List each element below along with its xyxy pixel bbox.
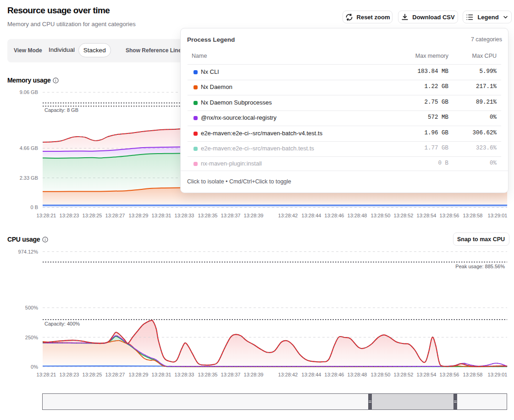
svg-text:13:28:37: 13:28:37: [221, 372, 241, 377]
svg-text:13:28:58: 13:28:58: [463, 372, 483, 377]
svg-text:13:28:46: 13:28:46: [325, 213, 344, 218]
svg-text:974.12%: 974.12%: [18, 249, 39, 254]
svg-text:13:28:54: 13:28:54: [417, 213, 437, 218]
svg-text:13:28:21: 13:28:21: [37, 213, 56, 218]
svg-text:Capacity: 400%: Capacity: 400%: [44, 321, 80, 326]
svg-text:13:28:54: 13:28:54: [417, 372, 437, 377]
svg-text:13:28:37: 13:28:37: [221, 213, 241, 218]
svg-text:13:28:48: 13:28:48: [348, 372, 367, 377]
svg-text:13:28:48: 13:28:48: [348, 213, 367, 218]
svg-text:13:28:35: 13:28:35: [198, 213, 218, 218]
svg-text:13:28:25: 13:28:25: [83, 372, 102, 377]
svg-text:4.66 GB: 4.66 GB: [20, 145, 38, 151]
svg-text:500%: 500%: [25, 305, 38, 310]
svg-text:13:28:42: 13:28:42: [278, 372, 298, 377]
svg-text:13:28:25: 13:28:25: [83, 213, 102, 218]
svg-text:13:28:52: 13:28:52: [394, 213, 414, 218]
svg-text:13:28:58: 13:28:58: [463, 213, 483, 218]
svg-text:13:28:33: 13:28:33: [175, 372, 194, 377]
svg-text:0%: 0%: [31, 364, 38, 370]
svg-text:13:28:23: 13:28:23: [60, 372, 79, 377]
svg-text:0 B: 0 B: [30, 204, 38, 210]
svg-text:13:28:31: 13:28:31: [152, 372, 171, 377]
svg-text:13:28:42: 13:28:42: [278, 213, 298, 218]
svg-text:13:28:44: 13:28:44: [302, 372, 321, 377]
svg-text:13:28:52: 13:28:52: [394, 372, 414, 377]
svg-text:13:28:46: 13:28:46: [325, 372, 344, 377]
svg-text:13:29:01: 13:29:01: [488, 372, 508, 377]
svg-text:9.06 GB: 9.06 GB: [20, 89, 38, 95]
svg-text:13:28:27: 13:28:27: [105, 372, 125, 377]
svg-text:13:28:39: 13:28:39: [244, 372, 264, 377]
svg-text:Peak usage: 885.56%: Peak usage: 885.56%: [455, 264, 505, 269]
svg-text:13:28:29: 13:28:29: [129, 372, 149, 377]
svg-text:13:28:44: 13:28:44: [302, 213, 321, 218]
svg-text:13:28:56: 13:28:56: [440, 213, 459, 218]
svg-text:13:28:21: 13:28:21: [37, 372, 56, 377]
svg-text:13:28:29: 13:28:29: [129, 213, 149, 218]
svg-text:13:28:50: 13:28:50: [371, 372, 391, 377]
svg-text:13:28:50: 13:28:50: [371, 213, 391, 218]
svg-text:13:28:31: 13:28:31: [152, 213, 171, 218]
svg-text:2.33 GB: 2.33 GB: [20, 175, 38, 181]
svg-text:13:29:01: 13:29:01: [488, 213, 508, 218]
svg-text:13:28:23: 13:28:23: [60, 213, 79, 218]
svg-text:13:28:39: 13:28:39: [244, 213, 264, 218]
svg-text:Capacity: 8 GB: Capacity: 8 GB: [44, 107, 78, 113]
svg-text:13:28:35: 13:28:35: [198, 372, 218, 377]
svg-text:13:28:56: 13:28:56: [440, 372, 459, 377]
svg-text:13:28:27: 13:28:27: [105, 213, 125, 218]
svg-text:13:28:33: 13:28:33: [175, 213, 194, 218]
svg-text:250%: 250%: [25, 335, 38, 340]
